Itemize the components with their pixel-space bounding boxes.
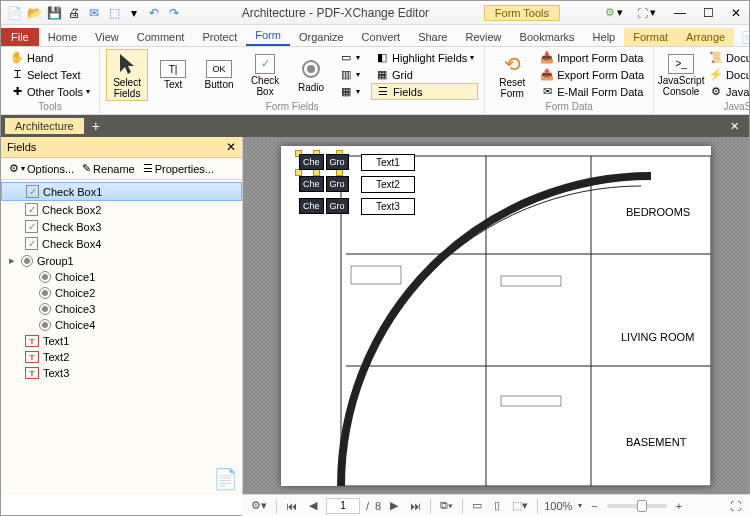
select-fields-btn[interactable]: Select Fields	[106, 49, 148, 101]
sb-fullscreen[interactable]: ⛶	[727, 499, 744, 513]
quick-launch-icon[interactable]: 📄	[738, 30, 750, 45]
page-view[interactable]: BEDROOMS LIVING ROOM BASEMENT CheGro Che…	[281, 146, 711, 486]
doc-actions[interactable]: ⚡Document Actions	[706, 66, 749, 83]
svg-text:BEDROOMS: BEDROOMS	[626, 206, 690, 218]
more-fields-2[interactable]: ▥▾	[336, 66, 363, 83]
context-tab-form-tools: Form Tools	[484, 5, 560, 21]
field-choice3[interactable]: Choice3	[1, 301, 242, 317]
qat-mail[interactable]: ✉	[85, 4, 103, 22]
zoom-in[interactable]: +	[673, 499, 685, 513]
doctab-architecture[interactable]: Architecture	[5, 118, 84, 134]
maximize-btn[interactable]: ☐	[695, 4, 721, 22]
field-group1[interactable]: ▸Group1	[1, 252, 242, 269]
canvas-area[interactable]: BEDROOMS LIVING ROOM BASEMENT CheGro Che…	[243, 137, 749, 495]
sb-fit-3[interactable]: ⬚▾	[509, 498, 531, 513]
page-input[interactable]	[326, 498, 360, 514]
sb-fit-1[interactable]: ▭	[469, 498, 485, 513]
tab-bookmarks[interactable]: Bookmarks	[511, 28, 584, 46]
radio-field-btn[interactable]: Radio	[290, 49, 332, 101]
checkbox-field-btn[interactable]: ✓Check Box	[244, 49, 286, 101]
minimize-btn[interactable]: —	[667, 4, 693, 22]
ovl-check1[interactable]: Che	[299, 154, 324, 170]
js-options[interactable]: ⚙JavaScript Options	[706, 83, 749, 100]
qat-redo[interactable]: ↷	[165, 4, 183, 22]
sb-prev-page[interactable]: ◀	[306, 498, 320, 513]
tab-view[interactable]: View	[86, 28, 128, 46]
sb-options[interactable]: ⚙▾	[248, 498, 270, 513]
tab-convert[interactable]: Convert	[353, 28, 410, 46]
zoom-slider[interactable]	[607, 504, 667, 508]
sb-next-page[interactable]: ▶	[387, 498, 401, 513]
tab-help[interactable]: Help	[584, 28, 625, 46]
fields-panel-close[interactable]: ✕	[226, 140, 236, 154]
tab-comment[interactable]: Comment	[128, 28, 194, 46]
button-field-btn[interactable]: OKButton	[198, 49, 240, 101]
field-text1[interactable]: TText1	[1, 333, 242, 349]
field-choice4[interactable]: Choice4	[1, 317, 242, 333]
fields-options[interactable]: ⚙▾Options...	[5, 160, 78, 177]
sb-first-page[interactable]: ⏮	[283, 499, 300, 513]
qat-save[interactable]: 💾	[45, 4, 63, 22]
fields-properties[interactable]: ☰Properties...	[139, 160, 218, 177]
ovl-group3[interactable]: Gro	[326, 198, 349, 214]
launch-btn[interactable]: ⚙▾	[600, 4, 628, 22]
ovl-check3[interactable]: Che	[299, 198, 324, 214]
ovl-text3[interactable]: Text3	[361, 198, 415, 215]
import-form-data[interactable]: 📥Import Form Data	[537, 49, 647, 66]
qat-undo[interactable]: ↶	[145, 4, 163, 22]
fields-tree[interactable]: ✓Check Box1✓Check Box2✓Check Box3✓Check …	[1, 180, 242, 459]
grid-btn[interactable]: ▦Grid	[371, 66, 478, 83]
qat-dropdown[interactable]: ▾	[125, 4, 143, 22]
panel-footer-icon[interactable]: 📄	[213, 467, 238, 491]
zoom-out[interactable]: −	[588, 499, 600, 513]
hand-tool[interactable]: ✋Hand	[7, 49, 93, 66]
field-choice1[interactable]: Choice1	[1, 269, 242, 285]
more-fields-3[interactable]: ▦▾	[336, 83, 363, 100]
app-icon[interactable]: 📄	[5, 4, 23, 22]
selection-handles[interactable]: CheGro	[299, 154, 339, 172]
qat-print[interactable]: 🖨	[65, 4, 83, 22]
more-fields-1[interactable]: ▭▾	[336, 49, 363, 66]
field-text2[interactable]: TText2	[1, 349, 242, 365]
highlight-fields-btn[interactable]: ◧Highlight Fields▾	[371, 49, 478, 66]
other-tools[interactable]: ✚Other Tools▾	[7, 83, 93, 100]
sb-fit-2[interactable]: ▯	[491, 498, 503, 513]
tab-format[interactable]: Format	[624, 28, 677, 46]
fields-pane-btn[interactable]: ☰Fields	[371, 83, 478, 100]
sb-last-page[interactable]: ⏭	[407, 499, 424, 513]
ui-options-btn[interactable]: ⛶▾	[632, 4, 661, 22]
field-check-box3[interactable]: ✓Check Box3	[1, 218, 242, 235]
ovl-group1[interactable]: Gro	[326, 154, 349, 170]
doctab-close[interactable]: ✕	[724, 120, 745, 133]
select-text-tool[interactable]: ᏆSelect Text	[7, 66, 93, 83]
field-choice2[interactable]: Choice2	[1, 285, 242, 301]
doc-javascript[interactable]: 📜Document JavaScript	[706, 49, 749, 66]
js-console-btn[interactable]: >_JavaScript Console	[660, 49, 702, 101]
tab-file[interactable]: File	[1, 28, 39, 46]
close-btn[interactable]: ✕	[723, 4, 749, 22]
doctab-add[interactable]: +	[86, 118, 106, 134]
tab-share[interactable]: Share	[409, 28, 456, 46]
tab-organize[interactable]: Organize	[290, 28, 353, 46]
text-field-btn[interactable]: T|Text	[152, 49, 194, 101]
qat-scan[interactable]: ⬚	[105, 4, 123, 22]
sb-layout-dropdown[interactable]: ⧉▾	[437, 498, 456, 513]
tab-review[interactable]: Review	[456, 28, 510, 46]
email-form-data[interactable]: ✉E-Mail Form Data	[537, 83, 647, 100]
field-check-box2[interactable]: ✓Check Box2	[1, 201, 242, 218]
tab-arrange[interactable]: Arrange	[677, 28, 734, 46]
ovl-group2[interactable]: Gro	[326, 176, 349, 192]
ovl-check2[interactable]: Che	[299, 176, 324, 192]
ovl-text1[interactable]: Text1	[361, 154, 415, 171]
tab-home[interactable]: Home	[39, 28, 86, 46]
export-form-data[interactable]: 📤Export Form Data	[537, 66, 647, 83]
tab-form[interactable]: Form	[246, 26, 290, 46]
fields-rename[interactable]: ✎Rename	[78, 160, 139, 177]
reset-form-btn[interactable]: ⟲Reset Form	[491, 49, 533, 101]
tab-protect[interactable]: Protect	[193, 28, 246, 46]
field-check-box4[interactable]: ✓Check Box4	[1, 235, 242, 252]
qat-open[interactable]: 📂	[25, 4, 43, 22]
ovl-text2[interactable]: Text2	[361, 176, 415, 193]
field-check-box1[interactable]: ✓Check Box1	[1, 182, 242, 201]
field-text3[interactable]: TText3	[1, 365, 242, 381]
